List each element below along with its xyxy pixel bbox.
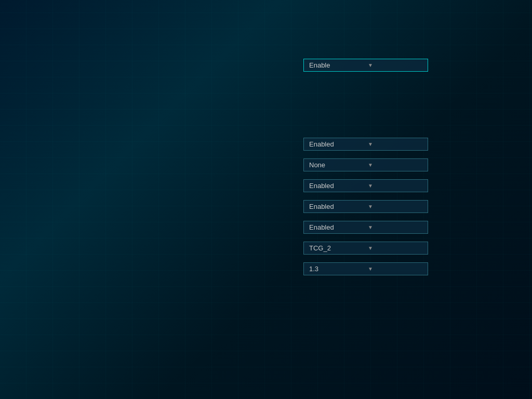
dropdown-arrow-icon: ▼ <box>368 204 422 209</box>
dropdown-tpm-uefi-spec[interactable]: TCG_2 ▼ <box>303 242 428 255</box>
dropdown-arrow-icon: ▼ <box>368 224 422 230</box>
dropdown-physical-presence-spec[interactable]: 1.3 ▼ <box>303 262 428 275</box>
dropdown-security-device-support[interactable]: Enable ▼ <box>303 59 428 72</box>
dropdown-pending-operation[interactable]: None ▼ <box>303 158 428 171</box>
dropdown-arrow-icon: ▼ <box>368 162 422 168</box>
dropdown-storage-hierarchy[interactable]: Enabled ▼ <box>303 200 428 213</box>
dropdown-arrow-icon: ▼ <box>368 245 422 251</box>
dropdown-arrow-icon: ▼ <box>368 183 422 189</box>
dropdown-endorsement-hierarchy[interactable]: Enabled ▼ <box>303 221 428 234</box>
dropdown-arrow-icon: ▼ <box>368 141 422 147</box>
dropdown-arrow-icon: ▼ <box>368 266 422 272</box>
dropdown-platform-hierarchy[interactable]: Enabled ▼ <box>303 179 428 192</box>
dropdown-arrow-icon: ▼ <box>368 62 422 68</box>
dropdown-sha256-pcr-bank[interactable]: Enabled ▼ <box>303 138 428 151</box>
